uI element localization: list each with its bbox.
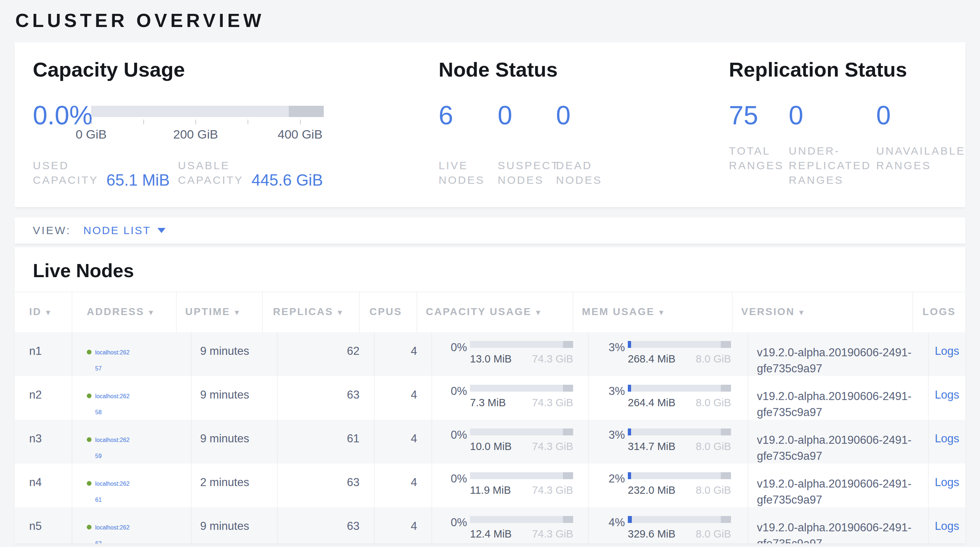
node-id-cell: n3 (14, 420, 72, 463)
view-selector-bar: VIEW: NODE LIST (14, 217, 966, 243)
axis-tick (143, 119, 144, 124)
mem-usage-cell: 4% 329.6 MiB8.0 GiB (588, 507, 748, 543)
logs-link[interactable]: Logs (935, 388, 959, 401)
node-id-cell: n5 (14, 507, 72, 543)
version-cell: v19.2.0-alpha.20190606-2491-gfe735c9a97 (748, 507, 928, 543)
capacity-cell-bar (470, 472, 573, 479)
capacity-usage-cell: 0% 12.4 MiB74.3 GiB (432, 507, 588, 543)
view-selected-value[interactable]: NODE LIST (83, 224, 151, 237)
capacity-usage-title: Capacity Usage (33, 58, 439, 81)
node-live-dot-icon (87, 525, 92, 530)
node-address-link[interactable]: localhost:26262 (95, 520, 129, 543)
node-address-cell: localhost:26262 (72, 507, 191, 543)
sort-arrow-icon: ▼ (658, 308, 666, 316)
replicas-cell: 63 (277, 507, 374, 543)
node-status-section: Node Status 6 0 0 LIVE NODES SUSPECT NOD… (439, 58, 729, 207)
suspect-nodes-count: 0 (498, 102, 556, 129)
live-nodes-label: LIVE NODES (439, 158, 498, 188)
version-cell: v19.2.0-alpha.20190606-2491-gfe735c9a97 (748, 420, 928, 463)
uptime-cell: 9 minutes (191, 507, 277, 543)
node-live-dot-icon (87, 350, 92, 355)
live-nodes-count: 6 (439, 102, 498, 129)
uptime-cell: 9 minutes (191, 332, 277, 376)
node-address-link[interactable]: localhost:26258 (95, 388, 129, 420)
capacity-usage-section: Capacity Usage 0.0% 0 GiB 200 GiB 400 Gi… (33, 58, 439, 207)
node-address-cell: localhost:26257 (72, 332, 191, 376)
header-version[interactable]: VERSION▼ (732, 292, 913, 332)
node-address-link[interactable]: localhost:26257 (95, 345, 129, 376)
node-address-link[interactable]: localhost:26259 (95, 432, 129, 463)
usable-capacity-label: USABLE CAPACITY (178, 158, 243, 188)
version-cell: v19.2.0-alpha.20190606-2491-gfe735c9a97 (748, 463, 928, 507)
node-address-cell: localhost:26261 (72, 463, 191, 507)
logs-cell: Logs (928, 507, 966, 543)
table-row: n4 localhost:26261 2 minutes 63 4 0% 11.… (14, 463, 966, 507)
capacity-usage-cell: 0% 7.3 MiB74.3 GiB (432, 376, 588, 420)
table-row: n2 localhost:26258 9 minutes 63 4 0% 7.3… (14, 376, 966, 420)
header-uptime[interactable]: UPTIME▼ (176, 292, 262, 332)
table-header-row: ID▼ ADDRESS▼ UPTIME▼ REPLICAS▼ CPUS CAPA… (14, 292, 966, 332)
node-address-link[interactable]: localhost:26261 (95, 476, 129, 507)
cpus-cell: 4 (374, 332, 432, 376)
cpus-cell: 4 (374, 420, 432, 463)
logs-link[interactable]: Logs (935, 432, 959, 445)
sort-arrow-icon: ▼ (336, 308, 345, 316)
uptime-cell: 2 minutes (191, 463, 277, 507)
node-live-dot-icon (87, 393, 92, 398)
header-cpus: CPUS (359, 292, 417, 332)
capacity-usage-cell: 0% 11.9 MiB74.3 GiB (432, 463, 588, 507)
header-replicas[interactable]: REPLICAS▼ (262, 292, 359, 332)
unavailable-ranges-count: 0 (876, 102, 891, 129)
total-ranges-count: 75 (729, 102, 789, 129)
mem-cell-bar (628, 341, 731, 348)
usable-capacity-value: 445.6 GiB (251, 172, 323, 188)
header-mem-usage[interactable]: MEM USAGE▼ (573, 292, 732, 332)
header-capacity-usage[interactable]: CAPACITY USAGE▼ (417, 292, 573, 332)
mem-cell-bar (628, 472, 731, 479)
used-capacity-stat: USED CAPACITY 65.1 MiB (33, 158, 178, 188)
table-row: n3 localhost:26259 9 minutes 61 4 0% 10.… (14, 420, 966, 463)
mem-cell-bar (628, 428, 731, 436)
logs-cell: Logs (928, 332, 966, 376)
replication-status-title: Replication Status (729, 58, 966, 81)
live-nodes-card: Live Nodes ID▼ ADDRESS▼ UPTIME▼ REPLICAS… (14, 247, 966, 543)
capacity-bar (91, 106, 324, 117)
logs-link[interactable]: Logs (935, 345, 959, 357)
logs-cell: Logs (928, 420, 966, 463)
suspect-nodes-label: SUSPECT NODES (498, 158, 556, 188)
header-id[interactable]: ID▼ (14, 292, 72, 332)
cpus-cell: 4 (374, 376, 432, 420)
capacity-cell-bar (470, 516, 573, 523)
node-status-labels: LIVE NODES SUSPECT NODES DEAD NODES (439, 158, 729, 188)
cluster-summary-card: Capacity Usage 0.0% 0 GiB 200 GiB 400 Gi… (14, 42, 966, 207)
under-replicated-count: 0 (789, 102, 876, 129)
axis-tick (300, 119, 301, 124)
node-status-values: 6 0 0 (439, 102, 729, 129)
capacity-cell-bar (470, 428, 573, 436)
header-address[interactable]: ADDRESS▼ (72, 292, 176, 332)
sort-arrow-icon: ▼ (535, 308, 543, 316)
capacity-bar-reserved-segment (289, 106, 324, 117)
node-address-cell: localhost:26258 (72, 376, 191, 420)
usable-capacity-stat: USABLE CAPACITY 445.6 GiB (178, 158, 323, 188)
node-address-cell: localhost:26259 (72, 420, 191, 463)
table-row: n1 localhost:26257 9 minutes 62 4 0% 13.… (14, 332, 966, 376)
chevron-down-icon (158, 228, 165, 233)
capacity-axis: 0 GiB 200 GiB 400 GiB (91, 117, 324, 144)
view-select-dropdown[interactable]: NODE LIST (83, 224, 165, 237)
capacity-usage-cell: 0% 13.0 MiB74.3 GiB (432, 332, 588, 376)
uptime-cell: 9 minutes (191, 376, 277, 420)
axis-tick-label: 0 GiB (75, 127, 107, 142)
dead-nodes-count: 0 (556, 102, 571, 129)
node-live-dot-icon (87, 437, 92, 442)
logs-link[interactable]: Logs (935, 520, 959, 533)
mem-cell-bar (628, 385, 731, 392)
node-status-title: Node Status (439, 58, 729, 81)
axis-tick (91, 119, 92, 124)
capacity-cell-bar (470, 341, 573, 348)
logs-cell: Logs (928, 463, 966, 507)
logs-link[interactable]: Logs (935, 476, 959, 489)
replicas-cell: 63 (277, 463, 374, 507)
axis-tick (248, 119, 248, 124)
sort-arrow-icon: ▼ (45, 308, 53, 316)
